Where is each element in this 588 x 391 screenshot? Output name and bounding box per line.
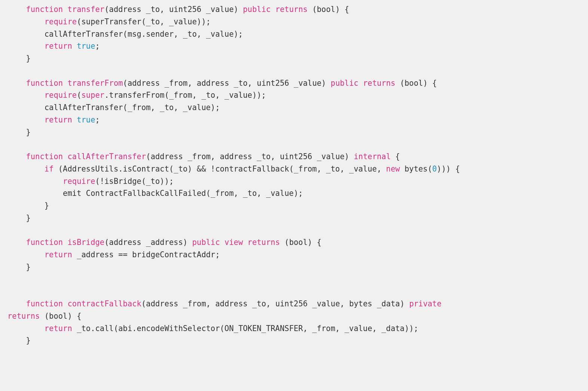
code-token: function [26,5,67,14]
code-token: ( [40,312,49,321]
code-token: } [26,263,30,272]
code-token: } [26,336,30,345]
code-token: ; [95,115,100,124]
code-token: isBridge [67,238,104,247]
code-token: callAfterTransfer(_from, _to, _value); [45,103,220,112]
code-token: _address) [141,238,192,247]
code-token: _to, [141,5,169,14]
code-token: _value) [289,79,331,88]
code-token: function [26,299,67,308]
code-token: _to.call(abi.encodeWithSelector(ON_TOKEN… [72,324,419,333]
code-token: _from, [183,152,220,161]
code-token: ) { [335,5,349,14]
code-token: { [391,152,400,161]
code-token: internal [354,152,391,161]
code-token: public returns [243,5,308,14]
code-token: function [26,79,67,88]
code-token: _from, [178,299,215,308]
code-token: ( [123,79,128,88]
code-token: ( [104,238,109,247]
code-token: true [77,42,95,51]
code-token: ) { [307,238,321,247]
code-token: return [45,250,72,259]
code-token: ( [280,238,289,247]
code-token: contractFallback [67,299,141,308]
code-token: if [45,164,54,173]
code-token: ; [95,42,100,51]
code-token: super [82,91,105,100]
code-token: bool [289,238,307,247]
code-token: callAfterTransfer [67,152,146,161]
code-token: ) { [423,79,437,88]
code-token: return [45,42,77,51]
code-token: ) { [67,312,81,321]
code-token: address [109,5,141,14]
code-token: uint256 [275,299,307,308]
code-token: public view returns [192,238,280,247]
code-token: function [26,238,67,247]
code-token: callAfterTransfer(msg.sender, _to, _valu… [45,30,243,39]
code-content: function transfer(address _to, uint256 _… [7,5,460,345]
code-token: uint256 [280,152,312,161]
code-token: return [45,115,77,124]
code-token: bool [405,79,423,88]
code-token: uint256 [257,79,289,88]
code-token: _value) [312,152,354,161]
code-token: address [197,79,229,88]
code-token: require [45,91,77,100]
code-token: function [26,152,67,161]
code-token: _value) [201,5,243,14]
code-token: _to, [252,152,280,161]
code-token: } [26,213,30,222]
code-token: emit ContractFallbackCallFailed(_from, _… [63,189,303,198]
code-token: (AddressUtils.isContract(_to) && !contra… [53,164,386,173]
code-token: public returns [331,79,395,88]
code-token: _to, [229,79,257,88]
code-token: bytes [349,299,372,308]
code-token: new [386,164,400,173]
code-token: address [220,152,252,161]
code-token: require [45,17,77,26]
code-token: returns [7,312,40,321]
code-token: ( [141,299,146,308]
code-token: _address == bridgeContractAddr; [72,250,220,259]
code-token: address [146,299,178,308]
code-token: 0 [432,164,437,173]
code-token: _value, [307,299,349,308]
code-token: (superTransfer(_to, _value)); [77,17,211,26]
code-token: ))) { [437,164,460,173]
code-token: } [26,128,30,137]
code-token: bytes( [400,164,432,173]
code-token: (!isBridge(_to)); [95,177,174,186]
code-token: .transferFrom(_from, _to, _value)); [104,91,266,100]
code-token: ( [77,91,81,100]
code-token: ( [395,79,405,88]
code-token: _data) [372,299,409,308]
code-token: } [26,54,30,63]
code-token: _to, [248,299,275,308]
code-token: require [63,177,95,186]
code-token: private [409,299,441,308]
code-token: bool [49,312,67,321]
code-block: function transfer(address _to, uint256 _… [0,0,588,355]
code-token: return [45,324,72,333]
code-token: _from, [160,79,197,88]
code-token: ( [146,152,150,161]
code-token: address [151,152,183,161]
code-token: ( [104,5,109,14]
code-token: uint256 [169,5,201,14]
code-token: address [215,299,247,308]
code-token: transferFrom [67,79,123,88]
code-token: address [109,238,141,247]
code-token: bool [317,5,335,14]
code-token: transfer [67,5,104,14]
code-token: } [45,201,49,210]
code-token: true [77,115,95,124]
code-token: ( [307,5,317,14]
code-token: address [128,79,160,88]
